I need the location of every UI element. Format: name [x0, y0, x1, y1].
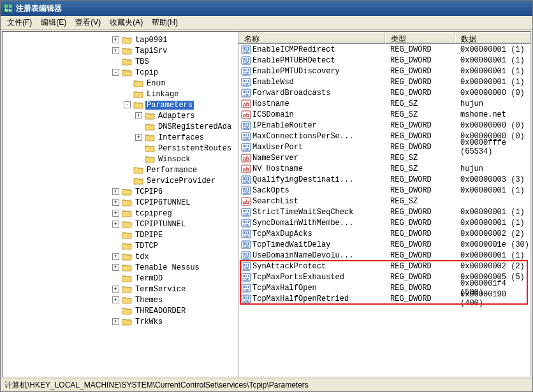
- tree-item-label[interactable]: TrkWks: [134, 317, 164, 326]
- collapse-icon[interactable]: -: [112, 69, 119, 76]
- expand-icon[interactable]: +: [112, 286, 119, 293]
- tree-item[interactable]: +Interfaces: [4, 132, 237, 143]
- value-row[interactable]: 011110TcpMaxDupAcksREG_DWORD0x00000002 (…: [238, 228, 530, 239]
- tree-item-label[interactable]: THREADORDER: [134, 307, 187, 316]
- tree-item-label[interactable]: TermDD: [134, 274, 164, 283]
- value-row[interactable]: 011110EnablePMTUBHDetectREG_DWORD0x00000…: [238, 55, 530, 66]
- tree-item[interactable]: Performance: [4, 164, 237, 175]
- value-row[interactable]: abHostnameREG_SZhujun: [238, 98, 530, 109]
- tree-item-label[interactable]: Themes: [134, 296, 164, 305]
- tree-item[interactable]: -Tcpip: [4, 67, 237, 78]
- expand-icon[interactable]: +: [112, 47, 119, 54]
- tree-item[interactable]: +TapiSrv: [4, 45, 237, 56]
- tree-item[interactable]: Linkage: [4, 89, 237, 99]
- value-row[interactable]: 011110StrictTimeWaitSeqCheckREG_DWORD0x0…: [238, 207, 530, 217]
- tree-item-label[interactable]: tdx: [134, 252, 150, 261]
- expand-icon[interactable]: +: [112, 36, 119, 43]
- tree-item-label[interactable]: TDTCP: [134, 242, 159, 250]
- value-row[interactable]: 011110EnablePMTUDiscoveryREG_DWORD0x0000…: [238, 66, 530, 76]
- tree-item-label[interactable]: Enum: [145, 79, 166, 88]
- tree-item-label[interactable]: tap0901: [134, 36, 168, 45]
- tree-item[interactable]: Enum: [4, 78, 237, 89]
- tree-item-label[interactable]: tcpipreg: [134, 209, 173, 218]
- value-row[interactable]: 011110TcpTimedWaitDelayREG_DWORD0x000000…: [238, 239, 530, 250]
- menu-favorites[interactable]: 收藏夹(A): [106, 16, 147, 29]
- expand-icon[interactable]: +: [112, 199, 119, 206]
- value-row[interactable]: 011110SynAttackProtectREG_DWORD0x0000000…: [238, 261, 530, 272]
- tree-item-label[interactable]: PersistentRoutes: [157, 144, 233, 153]
- menu-edit[interactable]: 编辑(E): [37, 16, 70, 29]
- tree-item[interactable]: TDTCP: [4, 240, 237, 251]
- tree-item-label[interactable]: Parameters: [145, 101, 194, 110]
- tree-item[interactable]: +TrkWks: [4, 316, 237, 327]
- value-row[interactable]: abNV HostnameREG_SZhujun: [238, 163, 530, 174]
- expand-icon[interactable]: +: [135, 112, 142, 119]
- value-row[interactable]: abSearchListREG_SZ: [238, 196, 530, 207]
- expand-icon[interactable]: +: [112, 188, 119, 195]
- tree-item-label[interactable]: Winsock: [157, 155, 191, 164]
- expand-icon[interactable]: +: [112, 210, 119, 217]
- tree-item[interactable]: +tap0901: [4, 34, 237, 45]
- expand-icon[interactable]: +: [112, 221, 119, 228]
- value-row[interactable]: 011110TcpMaxHalfOpenRetriedREG_DWORD0x00…: [238, 293, 530, 304]
- column-name[interactable]: 名称: [238, 32, 385, 43]
- column-type[interactable]: 类型: [385, 32, 455, 43]
- tree-item[interactable]: THREADORDER: [4, 305, 237, 316]
- menu-file[interactable]: 文件(F): [3, 16, 36, 29]
- tree-item[interactable]: PersistentRoutes: [4, 143, 237, 154]
- value-row[interactable]: 011110EnableWsdREG_DWORD0x00000001 (1): [238, 76, 530, 87]
- svg-text:110: 110: [243, 147, 250, 151]
- tree-item[interactable]: +TCPIPTUNNEL: [4, 219, 237, 229]
- value-row[interactable]: 011110SackOptsREG_DWORD0x00000001 (1): [238, 185, 530, 196]
- value-row[interactable]: 011110EnableICMPRedirectREG_DWORD0x00000…: [238, 44, 530, 55]
- tree-item-label[interactable]: TermService: [134, 285, 187, 294]
- tree-item[interactable]: +tdx: [4, 251, 237, 262]
- tree-item-label[interactable]: TDPIPE: [134, 231, 164, 240]
- tree-item[interactable]: +TCPIP6TUNNEL: [4, 197, 237, 208]
- tree-item-label[interactable]: ServiceProvider: [145, 177, 217, 185]
- column-data[interactable]: 数据: [455, 32, 530, 43]
- tree-item-label[interactable]: DNSRegisteredAda: [157, 122, 233, 131]
- tree-item-label[interactable]: TCPIP6TUNNEL: [134, 198, 191, 207]
- menu-view[interactable]: 查看(V): [71, 16, 105, 29]
- value-row[interactable]: 011110SyncDomainWithMembe...REG_DWORD0x0…: [238, 217, 530, 228]
- tree-item[interactable]: -Parameters: [4, 99, 237, 110]
- tree-item[interactable]: +tcpipreg: [4, 208, 237, 219]
- tree-item-label[interactable]: Performance: [145, 166, 198, 175]
- value-row[interactable]: 011110ForwardBroadcastsREG_DWORD0x000000…: [238, 87, 530, 98]
- tree-item[interactable]: TBS: [4, 56, 237, 67]
- tree-item[interactable]: +Tenable Nessus: [4, 262, 237, 273]
- tree-item[interactable]: ServiceProvider: [4, 175, 237, 186]
- collapse-icon[interactable]: -: [124, 101, 131, 108]
- tree-item[interactable]: TDPIPE: [4, 229, 237, 240]
- tree-item[interactable]: DNSRegisteredAda: [4, 121, 237, 132]
- tree-item[interactable]: +Adapters: [4, 110, 237, 121]
- expand-icon[interactable]: +: [112, 264, 119, 271]
- tree-item-label[interactable]: Tenable Nessus: [134, 263, 201, 272]
- tree-item[interactable]: +Themes: [4, 294, 237, 305]
- value-list[interactable]: 011110EnableICMPRedirectREG_DWORD0x00000…: [238, 44, 530, 377]
- value-row[interactable]: 011110UseDomainNameDevolu...REG_DWORD0x0…: [238, 250, 530, 261]
- tree-item[interactable]: TermDD: [4, 273, 237, 284]
- tree-item[interactable]: +TermService: [4, 284, 237, 294]
- tree-item-label[interactable]: TCPIPTUNNEL: [134, 220, 187, 229]
- tree-item[interactable]: +TCPIP6: [4, 186, 237, 197]
- value-row[interactable]: 011110MaxUserPortREG_DWORD0x0000fffe (65…: [238, 142, 530, 152]
- tree-item-label[interactable]: Interfaces: [157, 133, 205, 142]
- value-row[interactable]: 011110IPEnableRouterREG_DWORD0x00000000 …: [238, 120, 530, 131]
- menu-help[interactable]: 帮助(H): [148, 16, 182, 29]
- value-row[interactable]: abICSDomainREG_SZmshome.net: [238, 109, 530, 120]
- tree-item-label[interactable]: Adapters: [157, 112, 196, 120]
- tree-item-label[interactable]: TapiSrv: [134, 47, 168, 55]
- tree-item-label[interactable]: Tcpip: [134, 68, 159, 77]
- tree-item-label[interactable]: TBS: [134, 57, 150, 66]
- expand-icon[interactable]: +: [112, 253, 119, 260]
- tree-item-label[interactable]: TCPIP6: [134, 187, 164, 196]
- value-row[interactable]: 011110QualifyingDestinati...REG_DWORD0x0…: [238, 174, 530, 185]
- expand-icon[interactable]: +: [112, 318, 119, 325]
- tree-item[interactable]: Winsock: [4, 154, 237, 164]
- expand-icon[interactable]: +: [112, 296, 119, 303]
- expand-icon[interactable]: +: [135, 134, 142, 141]
- tree-item-label[interactable]: Linkage: [145, 90, 180, 99]
- tree-pane[interactable]: +tap0901+TapiSrvTBS-TcpipEnumLinkage-Par…: [3, 32, 238, 377]
